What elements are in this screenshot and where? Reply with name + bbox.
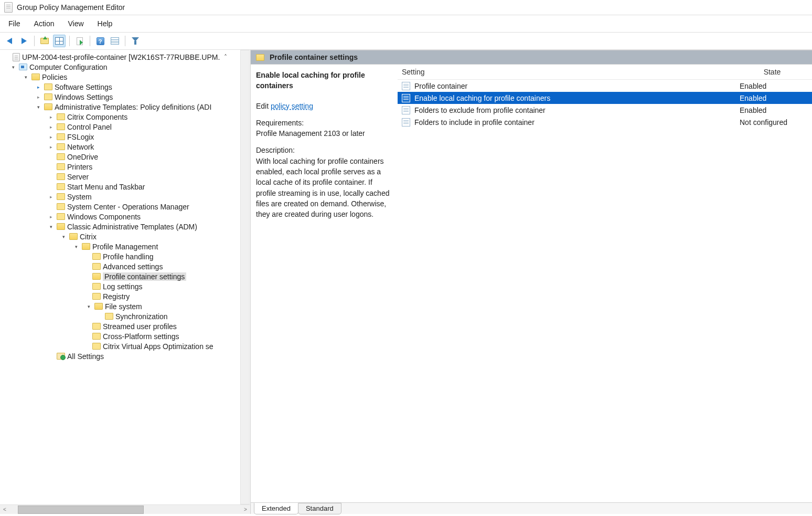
tree-label: Software Settings (55, 83, 112, 91)
tree-control-panel[interactable]: Control Panel (47, 123, 250, 131)
edit-policy-setting-link[interactable]: policy setting (271, 102, 313, 110)
export-list-button[interactable] (73, 35, 86, 47)
menu-view[interactable]: View (66, 18, 86, 29)
computer-icon (19, 64, 27, 70)
setting-state: Enabled (740, 82, 808, 90)
scrollbar-thumb[interactable] (18, 506, 144, 514)
folder-icon (92, 263, 101, 270)
filter-button[interactable] (129, 35, 142, 47)
setting-row[interactable]: Enable local caching for profile contain… (398, 92, 812, 104)
folder-icon (57, 113, 65, 120)
tree-cva-optimization[interactable]: Citrix Virtual Apps Optimization se (92, 342, 250, 351)
tree-label: Registry (103, 292, 130, 301)
tab-extended[interactable]: Extended (254, 503, 298, 514)
up-one-level-button[interactable] (38, 35, 51, 47)
separator (69, 36, 70, 46)
tree-file-system[interactable]: File system (85, 302, 250, 311)
setting-label: Folders to include in profile container (414, 118, 735, 127)
tree-citrix-components[interactable]: Citrix Components (47, 113, 250, 121)
column-setting[interactable]: Setting (402, 68, 740, 76)
workspace: UPM-2004-test-profile-container [W2K16ST… (0, 50, 812, 514)
vertical-scrollbar-thumb-lower[interactable] (242, 345, 249, 393)
tree-citrix[interactable]: Citrix (60, 233, 250, 241)
tree-start-menu[interactable]: Start Menu and Taskbar (47, 183, 250, 191)
policy-title: Enable local caching for profile contain… (256, 70, 390, 91)
tree-label: Streamed user profiles (103, 322, 177, 331)
menu-help[interactable]: Help (95, 18, 115, 29)
setting-label: Enable local caching for profile contain… (414, 94, 735, 102)
tree-profile-management[interactable]: Profile Management (72, 243, 250, 251)
tree-admin-templates[interactable]: Administrative Templates: Policy definit… (35, 103, 250, 111)
setting-row[interactable]: Profile containerEnabled (398, 80, 812, 92)
setting-row[interactable]: Folders to include in profile containerN… (398, 116, 812, 128)
tree-classic-adm[interactable]: Classic Administrative Templates (ADM) (47, 223, 250, 231)
tree-label: Computer Configuration (29, 63, 108, 71)
properties-button[interactable] (109, 35, 121, 47)
setting-state: Not configured (740, 118, 808, 127)
tree-scroll-area[interactable]: UPM-2004-test-profile-container [W2K16ST… (0, 50, 250, 504)
tree-cross-platform[interactable]: Cross-Platform settings (92, 332, 250, 341)
column-state[interactable]: State (740, 68, 808, 76)
setting-row[interactable]: Folders to exclude from profile containe… (398, 104, 812, 116)
folder-icon (92, 283, 101, 290)
settings-column-header[interactable]: Setting State (398, 65, 812, 80)
tree-pane: UPM-2004-test-profile-container [W2K16ST… (0, 50, 251, 514)
details-pane: Profile container settings Enable local … (251, 50, 812, 514)
scroll-right-icon[interactable]: > (241, 506, 250, 514)
menu-file[interactable]: File (6, 18, 23, 29)
tree-label: Cross-Platform settings (103, 332, 179, 341)
tree-synchronization[interactable]: Synchronization (105, 312, 250, 321)
policy-detail: Enable local caching for profile contain… (251, 65, 398, 502)
tree-computer-configuration[interactable]: Computer Configuration (9, 63, 250, 71)
tree-label: Advanced settings (103, 262, 163, 271)
nav-back-button[interactable] (3, 35, 16, 47)
all-settings-icon (57, 353, 65, 360)
edit-label: Edit (256, 102, 269, 110)
tree-log-settings[interactable]: Log settings (92, 282, 250, 291)
tree-streamed-user-profiles[interactable]: Streamed user profiles (92, 322, 250, 331)
tree-server[interactable]: Server (47, 173, 250, 181)
tree-policies[interactable]: Policies (22, 73, 250, 81)
tree-printers[interactable]: Printers (47, 163, 250, 171)
tree-registry[interactable]: Registry (92, 292, 250, 301)
tree-label: Profile container settings (103, 272, 186, 281)
show-hide-tree-button[interactable] (53, 35, 66, 47)
folder-icon (92, 293, 101, 300)
tab-standard[interactable]: Standard (298, 503, 341, 514)
horizontal-scrollbar[interactable]: < > (0, 504, 250, 514)
scrollbar-track[interactable] (9, 506, 241, 514)
panels-icon (55, 37, 63, 45)
folder-icon (57, 213, 65, 220)
vertical-scrollbar-thumb[interactable] (242, 66, 249, 202)
folder-icon (69, 233, 78, 240)
tree-all-settings[interactable]: All Settings (47, 352, 250, 361)
setting-label: Folders to exclude from profile containe… (414, 106, 735, 114)
tree-label: UPM-2004-test-profile-container [W2K16ST… (22, 53, 220, 61)
tree-root[interactable]: UPM-2004-test-profile-container [W2K16ST… (3, 53, 250, 61)
tree-advanced-settings[interactable]: Advanced settings (92, 262, 250, 271)
help-button[interactable]: ? (94, 35, 106, 47)
tree-label: Profile Management (92, 243, 158, 251)
tree-software-settings[interactable]: Software Settings (35, 83, 250, 91)
menu-action[interactable]: Action (32, 18, 57, 29)
description-text: With local caching for profile container… (256, 156, 390, 220)
folder-icon (44, 93, 52, 100)
scroll-left-icon[interactable]: < (0, 506, 9, 514)
window-title: Group Policy Management Editor (17, 3, 125, 12)
folder-icon (44, 103, 52, 110)
nav-forward-button[interactable] (18, 35, 30, 47)
tree-system[interactable]: System (47, 193, 250, 201)
help-icon: ? (97, 37, 104, 45)
tree-label: Citrix Virtual Apps Optimization se (103, 342, 213, 351)
folder-icon (57, 123, 65, 130)
tree-scom[interactable]: System Center - Operations Manager (47, 203, 250, 211)
tree-profile-container-settings[interactable]: Profile container settings (92, 272, 250, 281)
tree-onedrive[interactable]: OneDrive (47, 153, 250, 161)
tree-profile-handling[interactable]: Profile handling (92, 252, 250, 261)
tree-label: Printers (67, 163, 92, 171)
tree-windows-settings[interactable]: Windows Settings (35, 93, 250, 101)
tree-network[interactable]: Network (47, 143, 250, 151)
folder-icon (57, 183, 65, 190)
tree-windows-components[interactable]: Windows Components (47, 213, 250, 221)
tree-fslogix[interactable]: FSLogix (47, 133, 250, 141)
